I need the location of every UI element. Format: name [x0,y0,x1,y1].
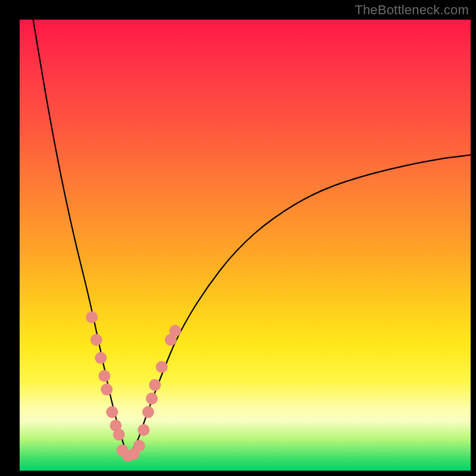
plot-area [20,20,471,471]
data-marker [133,440,145,452]
data-marker [149,379,161,391]
chart-svg [20,20,471,471]
data-marker [99,370,111,382]
data-marker [95,352,107,364]
curve-left-branch [33,20,128,457]
data-marker [86,311,98,323]
marker-group [86,311,181,462]
chart-frame: TheBottleneck.com [0,0,476,476]
curve-right-branch [128,155,471,457]
data-marker [106,406,118,418]
data-marker [113,428,125,440]
data-marker [101,384,112,396]
data-marker [90,334,102,346]
data-marker [170,325,181,337]
data-marker [146,393,158,405]
data-marker [138,424,150,436]
watermark-text: TheBottleneck.com [355,2,469,18]
data-marker [156,361,168,373]
data-marker [142,406,154,418]
